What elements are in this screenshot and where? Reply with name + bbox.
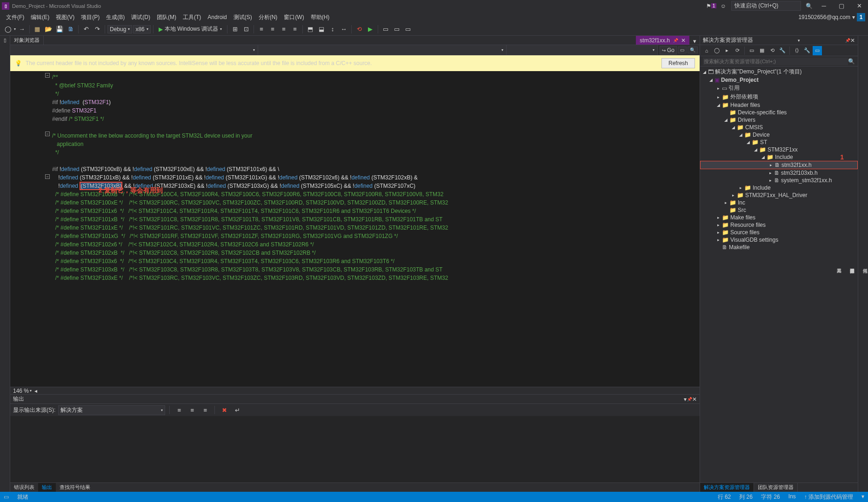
tree-src[interactable]: 📁Src xyxy=(700,206,858,214)
sln-sync-button[interactable]: ⟳ xyxy=(733,46,742,55)
tb-icon-d[interactable]: ↔ xyxy=(339,24,349,34)
close-button[interactable]: ✕ xyxy=(852,1,866,11)
menu-tools[interactable]: 工具(T) xyxy=(180,13,204,22)
fold-icon[interactable]: − xyxy=(45,174,50,179)
tb-icon-f[interactable]: ▶ xyxy=(365,24,375,34)
menu-team[interactable]: 团队(M) xyxy=(154,13,180,22)
undo-button[interactable]: ↶ xyxy=(81,24,91,34)
indent-left-button[interactable]: ≡ xyxy=(256,24,267,34)
tab-errorlist[interactable]: 错误列表 xyxy=(10,483,38,492)
code-editor[interactable]: /** * @brief STM32 Family */ #if !define… xyxy=(10,71,700,387)
tree-file-stm32f103xb[interactable]: ▸🗎stm32f103xb.h xyxy=(700,169,858,177)
scope-combo[interactable]: ▾ xyxy=(10,45,258,55)
user-email[interactable]: 191502656@qq.com xyxy=(798,14,850,20)
flag-icon[interactable]: ⚑1 xyxy=(707,2,715,10)
tb-icon-e[interactable]: ⟲ xyxy=(354,24,364,34)
menu-android[interactable]: Android xyxy=(204,13,230,21)
sln-props-button[interactable]: 🔧 xyxy=(778,46,787,55)
server-explorer-tab[interactable]: ▯ xyxy=(2,38,7,43)
search-icon[interactable]: 🔍 xyxy=(848,58,855,65)
tree-srcf[interactable]: ▸📁Source files xyxy=(700,229,858,236)
out-btn-clear[interactable]: ✖ xyxy=(219,405,229,415)
save-all-button[interactable]: 🗎 xyxy=(66,24,76,34)
tab-output[interactable]: 输出 xyxy=(38,483,56,492)
start-debug-button[interactable]: ▶本地 Windows 调试器 ▾ xyxy=(156,24,225,34)
tb-icon-2[interactable]: ⊡ xyxy=(241,24,251,34)
tree-dsf[interactable]: 📁Device-specific files xyxy=(700,109,858,116)
tree-solution[interactable]: ◢🗔解决方案"Demo_Project"(1 个项目) xyxy=(700,67,858,76)
tree-makefile[interactable]: 🗎Makefile xyxy=(700,244,858,251)
pin-icon[interactable]: 📌 xyxy=(845,38,850,43)
go-opt-2[interactable]: 🔍 xyxy=(688,46,698,53)
tree-st[interactable]: ◢📁ST xyxy=(700,139,858,146)
tree-headers[interactable]: ◢📁Header files xyxy=(700,101,858,109)
tb-icon-1[interactable]: ⊞ xyxy=(230,24,240,34)
tree-include[interactable]: ◢📁Include1 xyxy=(700,153,858,161)
fold-icon[interactable]: − xyxy=(45,73,50,78)
close-panel-icon[interactable]: ✕ xyxy=(692,396,697,403)
tb-icon-g[interactable]: ▭ xyxy=(381,24,391,34)
tree-ext[interactable]: ▸📁外部依赖项 xyxy=(700,92,858,101)
menu-file[interactable]: 文件(F) xyxy=(3,13,27,22)
search-icon[interactable]: 🔍 xyxy=(805,2,813,10)
nav-fwd-button[interactable]: → xyxy=(17,24,27,34)
tree-device[interactable]: ◢📁Device xyxy=(700,131,858,139)
nav-back-button[interactable]: ◯ xyxy=(3,24,13,34)
menu-test[interactable]: 测试(S) xyxy=(230,13,255,22)
tree-cmsis[interactable]: ◢📁CMSIS xyxy=(700,124,858,131)
menu-build[interactable]: 生成(B) xyxy=(103,13,128,22)
tb-icon-h[interactable]: ▭ xyxy=(392,24,402,34)
close-tab-icon[interactable]: ✕ xyxy=(681,37,686,44)
feedback-icon[interactable]: ☺ xyxy=(719,2,728,10)
go-button[interactable]: ↪ Go xyxy=(660,46,677,54)
pin-icon[interactable]: 📌 xyxy=(673,38,678,43)
object-browser-tab[interactable]: 对象浏览器 xyxy=(10,36,44,45)
user-badge[interactable]: 1 xyxy=(857,13,865,21)
out-btn-wrap[interactable]: ↵ xyxy=(232,405,242,415)
menu-project[interactable]: 项目(P) xyxy=(78,13,103,22)
tb-icon-b[interactable]: ⬓ xyxy=(316,24,327,34)
sln-preview-button[interactable]: ⟨⟩ xyxy=(792,46,801,55)
fold-icon[interactable]: − xyxy=(45,132,50,136)
quick-launch-input[interactable]: 快速启动 (Ctrl+Q) xyxy=(731,1,801,11)
tree-res[interactable]: ▸📁Resource files xyxy=(700,221,858,229)
tb-icon-i[interactable]: ▭ xyxy=(403,24,413,34)
config-combo[interactable]: Debug▾ xyxy=(107,25,132,33)
menu-help[interactable]: 帮助(H) xyxy=(307,13,333,22)
tree-vgdb[interactable]: ▸📁VisualGDB settings xyxy=(700,236,858,244)
indent-right-button[interactable]: ≡ xyxy=(267,24,278,34)
sln-refresh-button[interactable]: ⟲ xyxy=(768,46,777,55)
sln-fwd-button[interactable]: ▸ xyxy=(722,46,732,55)
sln-tool-button[interactable]: 🔧 xyxy=(802,46,812,55)
tab-solution-explorer[interactable]: 解决方案资源管理器 xyxy=(700,483,754,492)
redo-button[interactable]: ↷ xyxy=(92,24,102,34)
refresh-button[interactable]: Refresh xyxy=(661,58,695,68)
tab-findsymbol[interactable]: 查找符号结果 xyxy=(56,483,94,492)
out-btn-1[interactable]: ≡ xyxy=(174,405,184,415)
tree-project[interactable]: ◢▣Demo_Project xyxy=(700,76,858,84)
tree-file-system[interactable]: ▸🗎system_stm32f1xx.h xyxy=(700,177,858,184)
sln-collapse-button[interactable]: ▭ xyxy=(747,46,756,55)
output-body[interactable] xyxy=(10,416,700,482)
menu-edit[interactable]: 编辑(E) xyxy=(27,13,53,22)
tree-drivers[interactable]: ◢📁Drivers xyxy=(700,116,858,124)
tree-refs[interactable]: ▸▭引用 xyxy=(700,84,858,92)
tb-icon-c[interactable]: ↕ xyxy=(327,24,338,34)
tree-include2[interactable]: ▸📁Include xyxy=(700,184,858,192)
solution-tree[interactable]: ◢🗔解决方案"Demo_Project"(1 个项目) ◢▣Demo_Proje… xyxy=(700,66,858,482)
tree-make[interactable]: ▸📁Make files xyxy=(700,214,858,221)
sln-back-button[interactable]: ◯ xyxy=(712,46,721,55)
tb-icon-a[interactable]: ⬒ xyxy=(305,24,315,34)
out-btn-2[interactable]: ≡ xyxy=(187,405,197,415)
uncomment-button[interactable]: ≡ xyxy=(290,24,300,34)
solution-search-input[interactable] xyxy=(703,58,848,65)
comment-button[interactable]: ≡ xyxy=(279,24,289,34)
pin-icon[interactable]: 📌 xyxy=(687,396,692,402)
menu-window[interactable]: 窗口(W) xyxy=(280,13,307,22)
menu-debug[interactable]: 调试(D) xyxy=(128,13,154,22)
tree-stm32[interactable]: ◢📁STM32F1xx xyxy=(700,146,858,153)
tree-file-stm32f1xx[interactable]: ▸🗎stm32f1xx.h xyxy=(700,161,858,169)
menu-view[interactable]: 视图(V) xyxy=(53,13,78,22)
menu-analyze[interactable]: 分析(N) xyxy=(255,13,281,22)
close-panel-icon[interactable]: ✕ xyxy=(850,37,855,44)
